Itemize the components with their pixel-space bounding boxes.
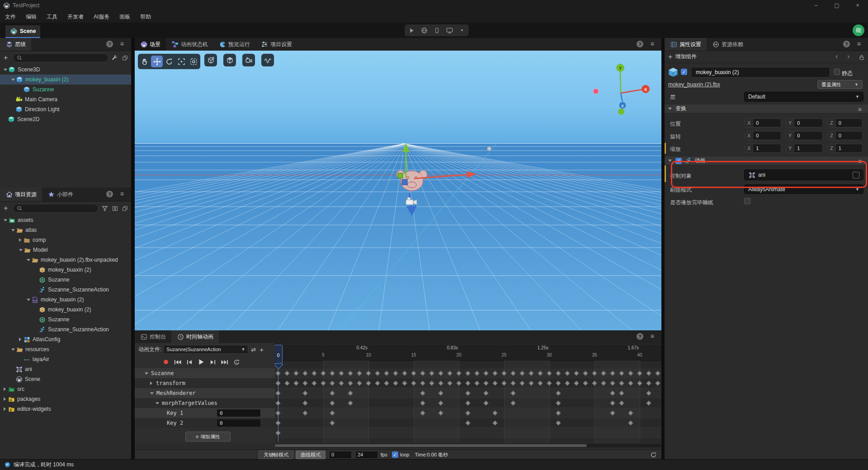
sleep-checkbox[interactable]	[744, 198, 750, 204]
expand-arrow[interactable]	[150, 392, 154, 395]
track-value-input[interactable]: 0	[217, 419, 260, 427]
menu-item-2[interactable]: 工具	[42, 11, 62, 23]
step-forward-button[interactable]	[209, 358, 217, 366]
tree-item[interactable]: Direction Light	[0, 104, 131, 114]
tab-dependencies[interactable]: 资源依赖	[707, 38, 749, 51]
position-x-field[interactable]: X 0	[745, 118, 781, 127]
scale-y-field[interactable]: Y 1	[786, 144, 823, 153]
tree-item[interactable]: AtlasConfig	[0, 334, 131, 344]
menu-item-3[interactable]: 开发者	[62, 11, 89, 23]
tab-hierarchy[interactable]: 层级	[0, 38, 31, 51]
fps-input[interactable]	[355, 451, 378, 459]
tree-item[interactable]: 3Dani	[0, 364, 131, 374]
dropdown-button[interactable]	[457, 26, 467, 35]
expand-arrow[interactable]	[4, 397, 6, 401]
tree-item[interactable]: </>src	[0, 384, 131, 394]
tab-project-settings[interactable]: 项目设置	[255, 38, 297, 51]
animator-section-header[interactable]: ✓ 动画 ≡	[665, 156, 868, 165]
track-row[interactable]: MeshRenderer	[135, 388, 275, 398]
culling-mode-dropdown[interactable]: AlwaysAnimate ▼	[744, 184, 863, 194]
layer-dropdown[interactable]: Default ▼	[744, 92, 863, 102]
expand-arrow[interactable]	[19, 338, 21, 341]
loop-button[interactable]: 1	[232, 358, 241, 366]
ai-assistant-button[interactable]: 能	[853, 24, 864, 36]
tree-item[interactable]: Suzanne	[0, 315, 131, 324]
tree-item[interactable]: atlas	[0, 225, 131, 235]
tab-console[interactable]: 控制台	[135, 330, 171, 343]
expand-arrow[interactable]	[4, 219, 7, 221]
maximize-button[interactable]: ▢	[826, 0, 847, 11]
stats-curve[interactable]	[261, 54, 274, 66]
history-forward-icon[interactable]: ›	[847, 52, 849, 61]
current-frame-input[interactable]	[329, 451, 352, 459]
keyframe-mode-button[interactable]: 关键帧模式	[259, 451, 293, 459]
scene-handle-dot[interactable]	[487, 147, 491, 151]
curve-mode-button[interactable]: 曲线模式	[296, 451, 326, 459]
tab-animator[interactable]: 动画状态机	[166, 38, 213, 51]
loop-checkbox[interactable]: ✓	[392, 451, 398, 458]
tab-preview-run[interactable]: 预览运行	[213, 38, 255, 51]
help-icon[interactable]: ?	[106, 191, 113, 197]
track-row[interactable]: morphTargetValues	[135, 398, 275, 408]
tree-item[interactable]: Model	[0, 245, 131, 255]
track-row[interactable]: Key 20	[135, 418, 275, 428]
track-row[interactable]: Suzanne	[135, 368, 275, 378]
panel-menu-icon[interactable]: ≡	[857, 40, 861, 47]
tree-item[interactable]: editor-widgets	[0, 404, 131, 414]
help-icon[interactable]: ?	[637, 333, 643, 340]
rotation-z-field[interactable]: Z 0	[827, 131, 863, 140]
add-animation-icon[interactable]: +	[259, 346, 264, 353]
lock-icon[interactable]	[858, 54, 865, 61]
tab-properties[interactable]: 属性设置	[665, 38, 707, 51]
tree-item[interactable]: Suzanne	[0, 85, 131, 94]
rotation-y-field[interactable]: Y 0	[786, 131, 823, 140]
tree-item[interactable]: mokey_buaxin (2)	[0, 75, 131, 85]
shading-view[interactable]	[223, 54, 236, 66]
tab-scene-view[interactable]: 场景	[135, 38, 166, 51]
expand-arrow[interactable]	[11, 229, 15, 231]
tree-item[interactable]: Suzanne_SuzanneAction	[0, 285, 131, 295]
rotation-x-field[interactable]: X 0	[745, 131, 781, 140]
tree-item[interactable]: assets	[0, 215, 131, 225]
expand-arrow[interactable]	[150, 381, 152, 385]
node-active-checkbox[interactable]: ✓	[681, 69, 687, 75]
node-name-input[interactable]	[695, 69, 826, 76]
scale-z-field[interactable]: Z 1	[827, 144, 863, 153]
monitor-button[interactable]	[444, 26, 454, 35]
timeline-scrollbar[interactable]	[275, 444, 661, 447]
tree-item[interactable]: Suzanne	[0, 275, 131, 285]
scene-viewport[interactable]: Y X Z	[135, 51, 661, 330]
control-target-field[interactable]: 3D ani	[744, 169, 863, 180]
menu-item-5[interactable]: 面板	[114, 11, 135, 23]
fbx-source-link[interactable]: mokey_buaxin (2).fbx	[668, 81, 720, 88]
expand-arrow[interactable]	[156, 402, 159, 404]
layout-columns-icon[interactable]	[111, 205, 118, 212]
tree-item[interactable]: mokey_buaxin (2).fbx-unpacked	[0, 255, 131, 265]
orientation-gizmo[interactable]: Y X Z	[593, 64, 650, 115]
menu-item-4[interactable]: AI服务	[89, 11, 114, 23]
timeline-ruler[interactable]: 0.42s0.83s1.25s1.67s510152025303540	[275, 344, 661, 361]
expand-arrow[interactable]	[145, 372, 148, 375]
transform-section-header[interactable]: 变换 ≡	[665, 104, 868, 113]
section-menu-icon[interactable]: ≡	[858, 106, 862, 113]
hierarchy-search[interactable]	[13, 53, 108, 62]
history-back-icon[interactable]: ‹	[835, 52, 838, 61]
collapse-all-icon[interactable]	[121, 205, 128, 212]
perspective-view[interactable]	[204, 54, 217, 66]
play-button[interactable]	[197, 358, 205, 366]
tree-item[interactable]: FBXmokey_buaxin (2)	[0, 295, 131, 305]
scale-tool[interactable]	[175, 56, 187, 67]
track-row[interactable]: transform	[135, 378, 275, 388]
override-properties-dropdown[interactable]: 覆盖属性 ▼	[817, 80, 863, 89]
assets-search-input[interactable]	[25, 206, 95, 211]
expand-arrow[interactable]	[668, 160, 672, 162]
assets-search[interactable]	[13, 204, 99, 213]
tree-item[interactable]: mokey_buaxin (2)	[0, 305, 131, 315]
tab-project-assets[interactable]: 项目资源	[0, 188, 42, 201]
add-asset-button[interactable]: +	[4, 204, 8, 212]
scrollbar-thumb[interactable]	[275, 444, 587, 447]
camera-preview[interactable]	[242, 54, 255, 66]
record-button[interactable]	[162, 358, 170, 366]
globe-button[interactable]	[419, 26, 429, 35]
collapse-all-icon[interactable]	[121, 54, 128, 61]
